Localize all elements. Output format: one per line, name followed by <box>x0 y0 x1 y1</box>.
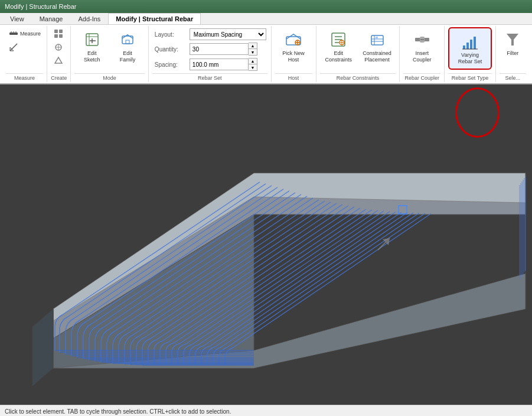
create-icon-1 <box>54 29 63 38</box>
filter-btn[interactable]: Filter <box>500 27 526 60</box>
rebar-constraints-group-label: Rebar Constraints <box>320 73 396 81</box>
svg-rect-36 <box>376 37 378 39</box>
ruler-icon <box>9 29 18 38</box>
edit-family-icon <box>118 30 137 49</box>
measure-col: Measure <box>6 27 44 54</box>
spacing-label: Spacing: <box>155 61 187 68</box>
rebar-visualization <box>0 84 532 405</box>
tab-view[interactable]: View <box>2 13 32 24</box>
insert-coupler-icon <box>413 30 432 49</box>
edit-sketch-icon <box>83 30 102 49</box>
create-btn-2[interactable] <box>51 41 66 54</box>
title-text: Modify | Structural Rebar <box>5 3 76 10</box>
create-icon-3 <box>54 56 63 66</box>
create-btn-3[interactable] <box>51 54 66 67</box>
svg-rect-9 <box>59 34 63 38</box>
rebar-set-form: Layout: Maximum Spacing Fixed Number Fix… <box>152 27 269 72</box>
ribbon-group-rebar-coupler: Insert Coupler Rebar Coupler <box>400 26 445 82</box>
constrained-placement-icon <box>368 30 387 49</box>
layout-select[interactable]: Maximum Spacing Fixed Number Fixed Spaci… <box>190 28 266 40</box>
pick-host-icon <box>284 30 303 49</box>
svg-rect-8 <box>54 34 58 38</box>
measure-group-label: Measure <box>6 73 43 81</box>
create-col <box>51 27 66 67</box>
spacing-spinner[interactable]: ▲ ▼ <box>249 58 257 71</box>
rebar-coupler-group-label: Rebar Coupler <box>403 73 440 81</box>
filter-icon <box>503 30 522 49</box>
ribbon: Measure Measure <box>0 25 532 84</box>
filter-label: Filter <box>507 50 518 57</box>
status-text: Click to select element. TAB to cycle th… <box>5 408 231 415</box>
measure2-icon <box>9 43 18 52</box>
measure-btn-1[interactable]: Measure <box>6 27 44 40</box>
spacing-spin-up[interactable]: ▲ <box>249 58 257 64</box>
svg-rect-6 <box>54 30 58 33</box>
svg-rect-42 <box>466 43 469 49</box>
edit-constraints-btn[interactable]: Edit Constraints <box>320 27 357 66</box>
rebar-set-type-buttons: Varying Rebar Set <box>448 27 491 72</box>
title-bar: Modify | Structural Rebar <box>0 0 532 13</box>
ribbon-group-mode: Edit Sketch Edit Family Mode <box>71 26 149 82</box>
host-buttons: Pick New Host <box>275 27 312 72</box>
quantity-spinner[interactable]: ▲ ▼ <box>249 43 257 56</box>
edit-sketch-btn[interactable]: Edit Sketch <box>74 27 109 66</box>
mode-group-label: Mode <box>74 73 145 81</box>
quantity-row: Quantity: ▲ ▼ <box>155 43 266 56</box>
svg-rect-43 <box>470 40 472 49</box>
rebar-set-group-label: Rebar Set <box>152 73 267 81</box>
tab-modify-structural-rebar[interactable]: Modify | Structural Rebar <box>108 13 201 24</box>
quantity-spin-down[interactable]: ▼ <box>249 49 257 55</box>
measure-btn-2[interactable] <box>6 41 44 54</box>
canvas-viewport[interactable] <box>0 84 532 405</box>
create-group-label: Create <box>51 73 67 81</box>
edit-sketch-label: Edit Sketch <box>79 50 105 63</box>
pick-new-host-btn[interactable]: Pick New Host <box>275 27 312 66</box>
spacing-input[interactable] <box>190 58 249 70</box>
host-group-label: Host <box>275 73 312 81</box>
rebar-set-content: Layout: Maximum Spacing Fixed Number Fix… <box>152 27 267 72</box>
tab-manage[interactable]: Manage <box>32 13 71 24</box>
constrained-placement-btn[interactable]: Constrained Placement <box>358 27 396 66</box>
tab-addins[interactable]: Add-Ins <box>70 13 108 24</box>
edit-constraints-icon <box>329 30 348 49</box>
rebar-set-type-group-label: Rebar Set Type <box>448 73 491 81</box>
edit-constraints-label: Edit Constraints <box>324 50 353 63</box>
edit-family-btn[interactable]: Edit Family <box>110 27 145 66</box>
svg-rect-20 <box>126 40 129 44</box>
svg-marker-46 <box>507 34 518 46</box>
layout-row: Layout: Maximum Spacing Fixed Number Fix… <box>155 28 266 40</box>
pick-new-host-label: Pick New Host <box>279 50 308 63</box>
create-icon-2 <box>54 43 63 52</box>
quantity-control: ▲ ▼ <box>190 43 257 56</box>
quantity-input[interactable] <box>190 43 249 55</box>
ribbon-group-measure: Measure Measure <box>2 26 47 82</box>
varying-rebar-set-btn[interactable]: Varying Rebar Set <box>448 27 491 70</box>
svg-rect-7 <box>59 30 63 33</box>
rebar-coupler-buttons: Insert Coupler <box>403 27 440 72</box>
quantity-spin-up[interactable]: ▲ <box>249 43 257 49</box>
ribbon-tabs: View Manage Add-Ins Modify | Structural … <box>0 13 532 25</box>
svg-rect-44 <box>474 37 476 49</box>
svg-rect-0 <box>9 32 18 35</box>
spacing-spin-down[interactable]: ▼ <box>249 64 257 70</box>
insert-coupler-label: Insert Coupler <box>407 50 436 63</box>
create-buttons <box>51 27 67 72</box>
layout-label: Layout: <box>155 31 187 38</box>
layout-control: Maximum Spacing Fixed Number Fixed Spaci… <box>190 28 266 40</box>
filter-group-label: Sele... <box>500 73 526 81</box>
svg-rect-38 <box>424 38 429 41</box>
svg-marker-13 <box>55 57 62 63</box>
measure-label-1: Measure <box>20 31 41 37</box>
edit-family-label: Edit Family <box>115 50 141 63</box>
insert-coupler-btn[interactable]: Insert Coupler <box>403 27 440 66</box>
ribbon-group-host: Pick New Host Host <box>272 26 316 82</box>
varying-rebar-set-icon <box>461 32 479 51</box>
spacing-row: Spacing: ▲ ▼ <box>155 58 266 71</box>
filter-buttons: Filter <box>500 27 526 72</box>
mode-buttons: Edit Sketch Edit Family <box>74 27 145 72</box>
create-btn-1[interactable] <box>51 27 66 40</box>
svg-rect-37 <box>415 38 420 41</box>
ribbon-group-create: Create <box>47 26 71 82</box>
ribbon-group-rebar-set: Layout: Maximum Spacing Fixed Number Fix… <box>149 26 272 82</box>
status-bar: Click to select element. TAB to cycle th… <box>0 405 532 416</box>
